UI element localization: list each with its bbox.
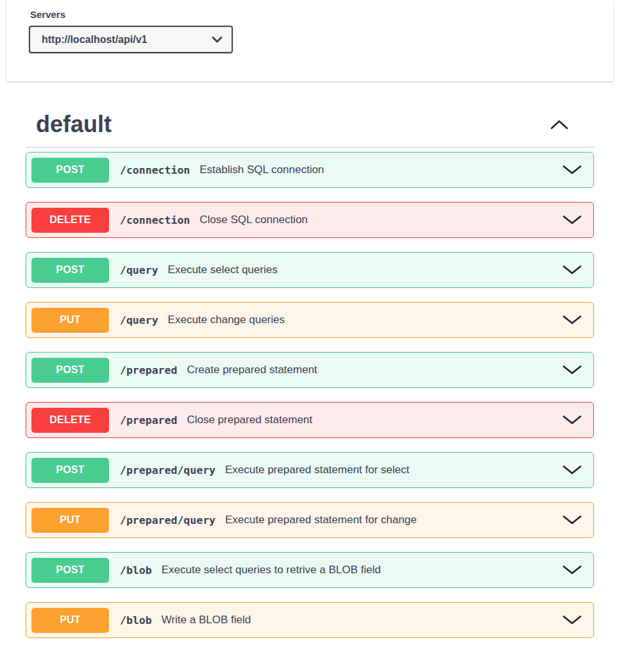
- expand-operation-button[interactable]: [562, 315, 582, 325]
- operation-row[interactable]: DELETE /connection Close SQL connection: [26, 202, 594, 238]
- chevron-down-icon: [562, 315, 582, 325]
- operation-description: Close prepared statement: [187, 414, 312, 426]
- chevron-down-icon: [562, 165, 582, 175]
- method-badge-label: POST: [56, 164, 84, 175]
- expand-operation-button[interactable]: [562, 165, 582, 175]
- operation-row[interactable]: PUT /blob Write a BLOB field: [26, 602, 594, 638]
- expand-operation-button[interactable]: [562, 365, 582, 375]
- method-badge[interactable]: PUT: [31, 608, 109, 633]
- method-badge[interactable]: POST: [31, 458, 109, 483]
- operation-row[interactable]: POST /query Execute select queries: [26, 252, 594, 288]
- method-badge[interactable]: DELETE: [31, 208, 109, 233]
- operation-description: Execute select queries: [168, 264, 278, 276]
- method-badge-label: PUT: [60, 514, 81, 525]
- method-badge[interactable]: POST: [31, 558, 109, 583]
- operation-row[interactable]: PUT /prepared/query Execute prepared sta…: [26, 502, 594, 538]
- chevron-down-icon: [562, 265, 582, 275]
- chevron-down-icon: [562, 465, 582, 475]
- method-badge-label: POST: [56, 564, 84, 575]
- operation-path: /prepared/query: [120, 514, 216, 526]
- operations-list: POST /connection Establish SQL connectio…: [26, 152, 594, 638]
- operation-description: Execute select queries to retrive a BLOB…: [162, 564, 381, 576]
- operation-description: Execute change queries: [168, 314, 285, 326]
- collapse-section-button[interactable]: [550, 120, 568, 130]
- method-badge-label: POST: [56, 464, 84, 475]
- operation-path: /query: [120, 314, 158, 326]
- operation-path: /prepared: [120, 414, 177, 426]
- operation-description: Close SQL connection: [199, 214, 308, 226]
- operation-row[interactable]: POST /blob Execute select queries to ret…: [26, 552, 594, 588]
- operation-row[interactable]: PUT /query Execute change queries: [26, 302, 594, 338]
- operation-row[interactable]: POST /prepared/query Execute prepared st…: [26, 452, 594, 488]
- operation-description: Create prepared statement: [187, 364, 317, 376]
- operation-path: /connection: [120, 214, 190, 226]
- method-badge-label: PUT: [60, 614, 81, 625]
- api-section-default: default POST /connection Establish SQL c…: [0, 103, 617, 638]
- method-badge-label: DELETE: [49, 414, 90, 425]
- method-badge[interactable]: DELETE: [31, 408, 109, 433]
- operation-path: /blob: [120, 614, 152, 626]
- expand-operation-button[interactable]: [562, 515, 582, 525]
- method-badge[interactable]: POST: [31, 258, 109, 283]
- method-badge[interactable]: POST: [31, 358, 109, 383]
- operation-row[interactable]: POST /connection Establish SQL connectio…: [26, 152, 594, 188]
- server-select-wrapper: http://localhost/api/v1: [29, 26, 233, 53]
- chevron-down-icon: [562, 565, 582, 575]
- chevron-down-icon: [562, 515, 582, 525]
- chevron-down-icon: [562, 365, 582, 375]
- expand-operation-button[interactable]: [562, 265, 582, 275]
- servers-section: Servers http://localhost/api/v1: [6, 0, 613, 81]
- expand-operation-button[interactable]: [562, 215, 582, 225]
- method-badge-label: PUT: [60, 314, 81, 325]
- section-header[interactable]: default: [26, 103, 594, 147]
- section-title: default: [36, 112, 112, 137]
- chevron-down-icon: [562, 615, 582, 625]
- expand-operation-button[interactable]: [562, 415, 582, 425]
- chevron-up-icon: [550, 120, 568, 130]
- operation-path: /blob: [120, 564, 152, 576]
- operation-description: Write a BLOB field: [162, 614, 251, 626]
- server-select[interactable]: http://localhost/api/v1: [29, 26, 233, 53]
- operation-path: /prepared: [120, 364, 177, 376]
- operation-row[interactable]: POST /prepared Create prepared statement: [26, 352, 594, 388]
- servers-label: Servers: [30, 9, 613, 20]
- expand-operation-button[interactable]: [562, 615, 582, 625]
- operation-description: Establish SQL connection: [199, 164, 324, 176]
- operation-description: Execute prepared statement for change: [225, 514, 417, 526]
- chevron-down-icon: [562, 415, 582, 425]
- method-badge[interactable]: PUT: [31, 508, 109, 533]
- expand-operation-button[interactable]: [562, 565, 582, 575]
- method-badge[interactable]: PUT: [31, 308, 109, 333]
- method-badge-label: POST: [56, 264, 84, 275]
- operation-path: /query: [120, 264, 158, 276]
- operation-row[interactable]: DELETE /prepared Close prepared statemen…: [26, 402, 594, 438]
- method-badge-label: POST: [56, 364, 84, 375]
- operation-description: Execute prepared statement for select: [225, 464, 409, 476]
- operation-path: /prepared/query: [120, 464, 216, 476]
- method-badge-label: DELETE: [49, 214, 90, 225]
- chevron-down-icon: [562, 215, 582, 225]
- operation-path: /connection: [120, 164, 190, 176]
- method-badge[interactable]: POST: [31, 158, 109, 183]
- expand-operation-button[interactable]: [562, 465, 582, 475]
